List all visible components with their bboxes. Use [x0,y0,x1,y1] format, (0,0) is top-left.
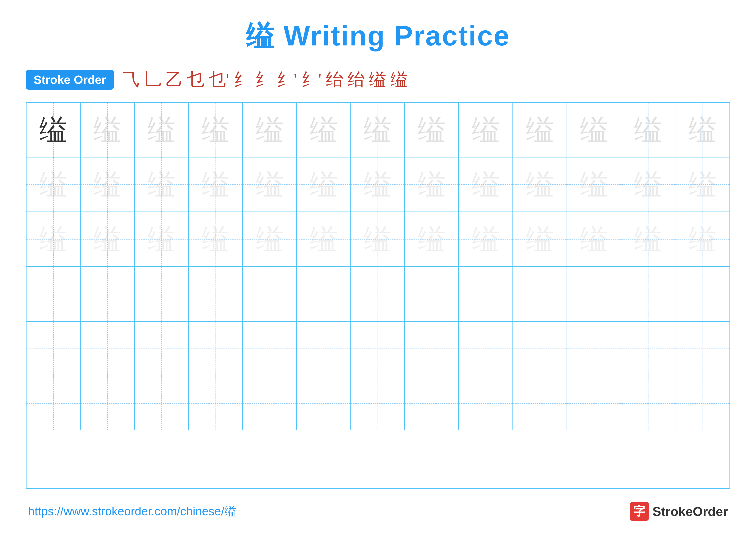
grid-cell[interactable]: 缢 [621,212,675,266]
grid-row-1: 缢缢缢缢缢缢缢缢缢缢缢缢缢 [27,103,729,158]
grid-cell[interactable] [567,267,621,321]
grid-cell[interactable] [189,376,243,430]
grid-cell[interactable] [513,321,567,376]
grid-cell[interactable]: 缢 [81,212,135,266]
grid-cell[interactable]: 缢 [351,158,405,212]
grid-cell[interactable]: 缢 [297,158,351,212]
stroke-step-9: 纟' [301,68,321,91]
grid-cell[interactable]: 缢 [81,158,135,212]
grid-row-5 [27,321,729,376]
grid-cell[interactable] [621,321,675,376]
grid-cell[interactable]: 缢 [405,158,459,212]
grid-cell[interactable] [351,267,405,321]
grid-cell[interactable]: 缢 [27,158,81,212]
grid-cell[interactable]: 缢 [189,158,243,212]
grid-cell[interactable]: 缢 [243,212,297,266]
grid-cell[interactable] [351,321,405,376]
grid-cell[interactable]: 缢 [567,158,621,212]
grid-cell[interactable] [567,321,621,376]
grid-cell[interactable]: 缢 [567,212,621,266]
grid-cell[interactable]: 缢 [135,158,189,212]
grid-cell[interactable]: 缢 [459,212,513,266]
grid-cell[interactable] [27,376,81,430]
stroke-step-4: 乜 [187,68,204,91]
grid-cell[interactable] [459,267,513,321]
grid-cell[interactable]: 缢 [243,158,297,212]
grid-cell[interactable]: 缢 [513,103,567,157]
grid-cell[interactable] [675,376,729,430]
grid-cell[interactable] [297,321,351,376]
grid-cell[interactable] [27,321,81,376]
grid-cell[interactable] [513,267,567,321]
grid-cell[interactable]: 缢 [567,103,621,157]
grid-cell[interactable] [189,267,243,321]
grid-cell[interactable]: 缢 [405,212,459,266]
grid-cell[interactable] [297,267,351,321]
grid-cell[interactable]: 缢 [27,103,81,157]
grid-cell[interactable] [81,376,135,430]
page-title: 缢 Writing Practice [246,17,510,55]
logo-text: StrokeOrder [653,504,728,519]
stroke-step-5: 乜' [209,68,229,91]
grid-cell[interactable]: 缢 [513,158,567,212]
grid-cell[interactable] [135,267,189,321]
stroke-step-6: 纟 [233,68,251,91]
grid-cell[interactable]: 缢 [27,212,81,266]
grid-cell[interactable]: 缢 [351,212,405,266]
grid-cell[interactable]: 缢 [675,103,729,157]
grid-cell[interactable]: 缢 [243,103,297,157]
grid-cell[interactable] [243,321,297,376]
logo-icon: 字 [630,502,649,521]
grid-cell[interactable]: 缢 [513,212,567,266]
grid-cell[interactable] [351,376,405,430]
stroke-order-row: Stroke Order ⺄乚乙乜乜'纟纟纟'纟'绐绐缢缢 [26,68,730,91]
grid-cell[interactable] [27,267,81,321]
grid-cell[interactable] [567,376,621,430]
grid-cell[interactable] [675,321,729,376]
grid-cell[interactable] [675,267,729,321]
grid-row-6 [27,376,729,430]
title-char: 缢 [246,20,275,51]
grid-cell[interactable] [621,376,675,430]
stroke-step-7: 纟 [255,68,272,91]
grid-cell[interactable] [459,321,513,376]
footer-url: https://www.strokeorder.com/chinese/缢 [28,503,236,519]
grid-cell[interactable]: 缢 [297,103,351,157]
grid-row-2: 缢缢缢缢缢缢缢缢缢缢缢缢缢 [27,158,729,212]
grid-cell[interactable] [135,376,189,430]
grid-cell[interactable] [513,376,567,430]
grid-cell[interactable] [405,376,459,430]
grid-cell[interactable] [405,267,459,321]
grid-cell[interactable]: 缢 [459,103,513,157]
grid-cell[interactable] [135,321,189,376]
grid-cell[interactable]: 缢 [675,158,729,212]
grid-cell[interactable]: 缢 [405,103,459,157]
stroke-step-3: 乙 [166,68,183,91]
grid-cell[interactable] [243,376,297,430]
grid-cell[interactable] [405,321,459,376]
grid-cell[interactable]: 缢 [189,212,243,266]
grid-cell[interactable] [297,376,351,430]
grid-cell[interactable] [459,376,513,430]
grid-cell[interactable]: 缢 [189,103,243,157]
grid-cell[interactable]: 缢 [351,103,405,157]
stroke-steps: ⺄乚乙乜乜'纟纟纟'纟'绐绐缢缢 [122,68,408,91]
grid-cell[interactable] [621,267,675,321]
grid-cell[interactable]: 缢 [621,158,675,212]
grid-row-4 [27,267,729,321]
grid-cell[interactable]: 缢 [135,212,189,266]
title-text: Writing Practice [275,20,510,51]
grid-cell[interactable]: 缢 [81,103,135,157]
grid-cell[interactable]: 缢 [459,158,513,212]
grid-cell[interactable] [243,267,297,321]
stroke-step-8: 纟' [277,68,297,91]
practice-grid: 缢缢缢缢缢缢缢缢缢缢缢缢缢 缢缢缢缢缢缢缢缢缢缢缢缢缢 缢缢缢缢缢缢缢缢缢缢缢缢… [26,102,730,489]
grid-cell[interactable]: 缢 [675,212,729,266]
grid-cell[interactable]: 缢 [135,103,189,157]
grid-cell[interactable] [81,267,135,321]
grid-cell[interactable] [81,321,135,376]
grid-cell[interactable] [189,321,243,376]
grid-cell[interactable]: 缢 [621,103,675,157]
grid-cell[interactable]: 缢 [297,212,351,266]
stroke-step-12: 缢 [369,68,386,91]
